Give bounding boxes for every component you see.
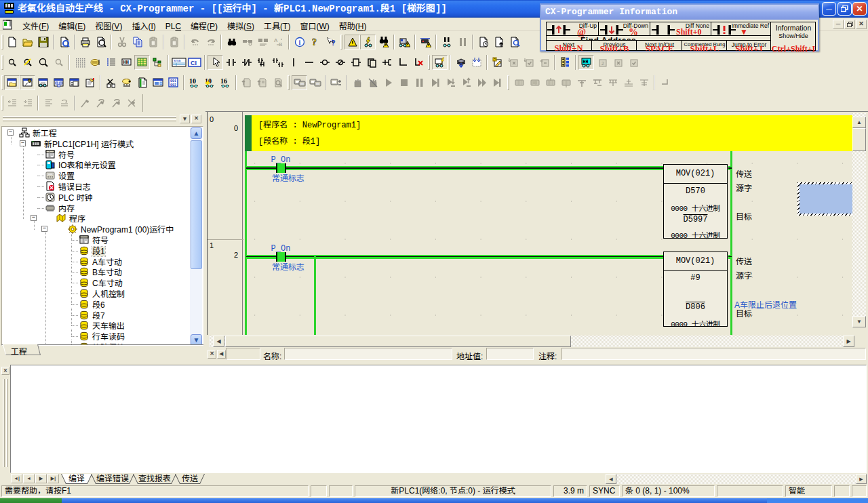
svg-text:2: 2 (601, 61, 604, 66)
svg-text:sma: sma (174, 58, 181, 62)
svg-text:?: ? (312, 37, 317, 47)
svg-text:CI: CI (191, 60, 197, 66)
svg-text:A: A (274, 37, 278, 43)
svg-text:HH: HH (583, 60, 588, 64)
svg-text:16: 16 (220, 77, 227, 85)
svg-text:10: 10 (189, 77, 196, 85)
svg-text:?: ? (331, 39, 336, 47)
svg-text:?: ? (494, 58, 496, 62)
svg-text:002: 002 (170, 83, 176, 87)
svg-text:B: B (279, 41, 282, 47)
svg-text:i: i (298, 39, 300, 46)
svg-text:HH: HH (123, 60, 128, 65)
